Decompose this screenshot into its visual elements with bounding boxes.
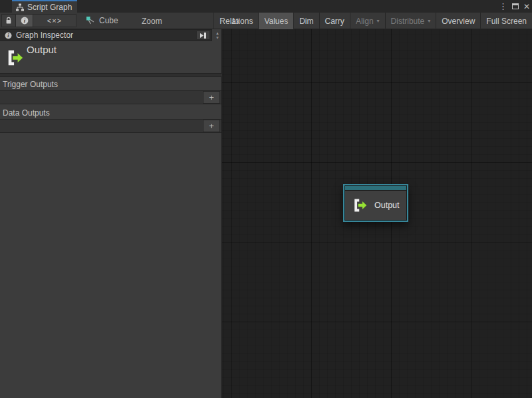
window-controls: ⋮ ✕: [499, 0, 530, 13]
lock-icon: [5, 17, 13, 25]
chevron-down-icon: ▾: [377, 19, 380, 24]
chevron-up-icon[interactable]: ▲: [215, 32, 219, 35]
node-titlebar: [345, 186, 406, 191]
graph-toolbar: i <×> Cube Zoom 1x Relations Values: [0, 13, 532, 29]
toolbar-button-group: Relations Values Dim Carry Align ▾ Distr…: [213, 13, 532, 29]
unit-title: Output: [27, 44, 57, 55]
toolbar-toggle-group: i <×>: [1, 14, 76, 27]
distribute-dropdown[interactable]: Distribute ▾: [385, 13, 436, 29]
align-dropdown[interactable]: Align ▾: [350, 13, 385, 29]
zoom-label: Zoom: [142, 17, 162, 26]
data-outputs-label: Data Outputs: [3, 108, 50, 118]
dock-panel-button[interactable]: [196, 31, 210, 40]
data-outputs-list: [0, 119, 221, 133]
tab-label: Script Graph: [27, 3, 72, 12]
add-data-output-button[interactable]: +: [203, 120, 220, 132]
output-unit-icon: [352, 198, 367, 213]
dim-button[interactable]: Dim: [293, 13, 319, 29]
output-unit-icon: [6, 48, 23, 68]
chevron-down-icon: ▾: [428, 19, 430, 24]
carry-button[interactable]: Carry: [319, 13, 350, 29]
tab-script-graph[interactable]: Script Graph: [12, 0, 77, 13]
graph-inspector-header: i Graph Inspector: [0, 29, 212, 41]
graph-inspector-panel: i Graph Inspector ▲ ▼ Output Trigger Out…: [0, 29, 222, 398]
tab-bar: Script Graph ⋮ ✕: [0, 0, 532, 13]
graph-canvas[interactable]: Output: [222, 29, 532, 398]
panel-spinner[interactable]: ▲ ▼: [213, 30, 221, 41]
code-icon: <×>: [47, 17, 62, 25]
maximize-icon[interactable]: [512, 3, 519, 9]
relations-button[interactable]: Relations: [213, 13, 258, 29]
trigger-outputs-list: [0, 90, 221, 104]
graph-breadcrumb-cube[interactable]: Cube: [83, 14, 121, 27]
output-node[interactable]: Output: [343, 184, 408, 222]
code-preview-button[interactable]: <×>: [33, 15, 76, 27]
info-icon: i: [21, 17, 29, 25]
inspect-button[interactable]: i: [16, 15, 33, 27]
values-button[interactable]: Values: [258, 13, 293, 29]
plus-icon: +: [209, 92, 214, 102]
section-divider: [0, 73, 222, 77]
add-trigger-output-button[interactable]: +: [203, 91, 220, 104]
node-title: Output: [374, 201, 400, 210]
info-icon: i: [5, 32, 12, 39]
plus-icon: +: [209, 121, 214, 131]
graph-icon: [86, 16, 95, 25]
menu-icon[interactable]: ⋮: [499, 2, 507, 11]
chevron-down-icon[interactable]: ▼: [215, 37, 219, 40]
graph-inspector-title: Graph Inspector: [16, 31, 73, 40]
overview-button[interactable]: Overview: [436, 13, 480, 29]
dock-icon: [200, 32, 207, 39]
graph-tree-icon: [16, 3, 24, 11]
close-icon[interactable]: ✕: [523, 3, 530, 11]
trigger-outputs-label: Trigger Outputs: [3, 80, 58, 89]
full-screen-button[interactable]: Full Screen: [480, 13, 532, 29]
graph-name-label: Cube: [99, 16, 118, 25]
lock-button[interactable]: [2, 15, 16, 27]
